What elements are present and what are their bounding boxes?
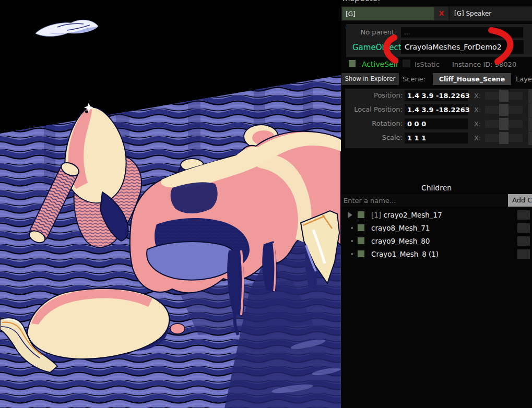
bullet-icon [351, 240, 353, 242]
rotation-row: Rotation: 0 0 0 X: [345, 118, 532, 130]
slider-handle[interactable] [499, 132, 509, 144]
scene-name-button[interactable]: Cliff_House_Scene [433, 73, 511, 85]
expand-arrow-icon[interactable] [348, 212, 352, 218]
gameobject-header: No parent ... GameObject CrayolaMeshes_F… [346, 24, 532, 57]
child-row[interactable]: crayo9_Mesh_80 [341, 236, 532, 246]
rotation-value-field[interactable]: 0 0 0 [405, 118, 468, 129]
position-value-field[interactable]: 1.4 3.9 -18.2263 [405, 90, 468, 101]
no-parent-label: No parent [346, 28, 394, 36]
tab-close-area[interactable]: X [434, 7, 448, 20]
scale-row: Scale: 1 1 1 X: [345, 132, 532, 145]
child-name: crayo8_Mesh_71 [371, 224, 430, 232]
child-extra-control[interactable] [517, 236, 530, 246]
rotation-x-slider[interactable] [485, 120, 523, 128]
scene-render [0, 0, 341, 408]
child-name-input[interactable] [341, 194, 508, 207]
app-window: Inspector [G] CrayolaMeshes_ForDemo2 X [… [0, 0, 532, 408]
child-checkbox[interactable] [357, 249, 365, 258]
child-row[interactable]: [1] crayo2_Mesh_17 [341, 210, 532, 220]
local-position-row: Local Position: 1.4 3.9 -18.2263 X: [345, 104, 532, 116]
isstatic-label: IsStatic [415, 61, 440, 68]
parent-field[interactable]: ... [401, 27, 523, 38]
slider-handle[interactable] [499, 118, 509, 130]
inspector-panel: Inspector [G] CrayolaMeshes_ForDemo2 X [… [341, 0, 532, 408]
activeself-label: ActiveSelf [362, 60, 398, 68]
scene-label: Scene: [403, 75, 425, 83]
gameobject-name-field[interactable]: CrayolaMeshes_ForDemo2 [401, 40, 524, 54]
activeself-checkbox[interactable] [348, 59, 357, 68]
instance-id: Instance ID: 98020 [452, 61, 516, 68]
child-checkbox[interactable] [357, 210, 365, 219]
local-position-value-field[interactable]: 1.4 3.9 -18.2263 [405, 104, 468, 115]
child-checkbox[interactable] [357, 223, 365, 232]
add-child-button[interactable]: Add Child [508, 194, 532, 207]
child-checkbox[interactable] [357, 236, 365, 245]
tab-bar: [G] CrayolaMeshes_ForDemo2 X [G] Speaker [341, 6, 532, 21]
children-section-title: Children [341, 184, 532, 192]
child-extra-control[interactable] [517, 249, 530, 259]
local-position-extra-control[interactable] [528, 103, 532, 117]
child-name: crayo2_Mesh_17 [383, 211, 442, 219]
position-row: Position: 1.4 3.9 -18.2263 X: [345, 90, 532, 102]
show-in-explorer-button[interactable]: Show in Explorer [341, 73, 399, 85]
bullet-icon [351, 253, 353, 255]
local-position-x-slider[interactable] [485, 106, 523, 114]
close-icon[interactable]: X [439, 9, 444, 17]
scale-x-slider[interactable] [485, 134, 523, 142]
position-x-slider[interactable] [485, 92, 523, 100]
child-index: [1] [371, 211, 383, 219]
child-name: crayo9_Mesh_80 [371, 237, 430, 245]
scale-value-field[interactable]: 1 1 1 [405, 133, 468, 143]
child-extra-control[interactable] [517, 223, 530, 233]
bullet-icon [351, 227, 353, 229]
gameobject-label: GameObject [352, 43, 401, 52]
child-row[interactable]: Crayo1_Mesh_8 (1) [341, 249, 532, 259]
slider-handle[interactable] [499, 104, 509, 116]
panel-title: Inspector [342, 0, 381, 3]
child-name: Crayo1_Mesh_8 (1) [371, 250, 439, 258]
rotation-extra-control[interactable] [528, 117, 532, 131]
tab-speaker[interactable]: [G] Speaker [450, 7, 532, 20]
layer-label: Layer [516, 75, 532, 83]
slider-handle[interactable] [499, 90, 509, 102]
scale-extra-control[interactable] [528, 131, 532, 145]
child-row[interactable]: crayo8_Mesh_71 [341, 223, 532, 233]
position-extra-control[interactable] [528, 89, 532, 103]
tab-crayolameshes[interactable]: [G] CrayolaMeshes_ForDemo2 [342, 7, 434, 20]
child-extra-control[interactable] [517, 210, 530, 220]
isstatic-checkbox[interactable] [403, 59, 410, 67]
transform-section: Position: 1.4 3.9 -18.2263 X: Local Posi… [345, 89, 532, 148]
scene-viewport[interactable] [0, 0, 341, 408]
